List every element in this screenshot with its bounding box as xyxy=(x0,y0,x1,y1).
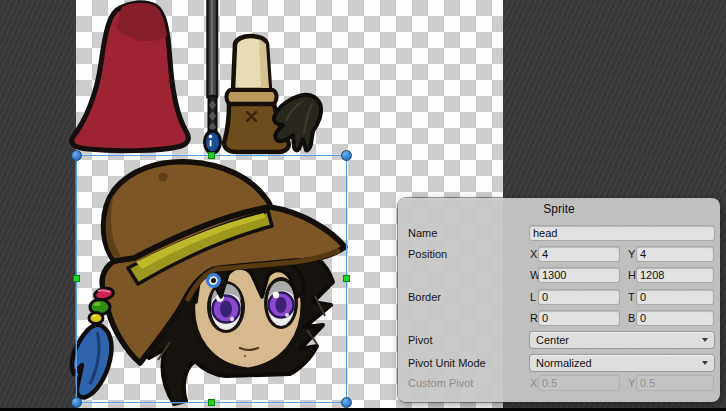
pivot-unit-mode-label: Pivot Unit Mode xyxy=(398,357,530,369)
size-w-input[interactable] xyxy=(539,268,619,282)
border-r-input[interactable] xyxy=(539,311,619,325)
selection-handle-bottom[interactable] xyxy=(208,399,215,406)
border-r-prefix: R xyxy=(530,312,539,324)
selection-handle-top-right[interactable] xyxy=(341,150,352,161)
size-wh-row: W H xyxy=(398,268,720,282)
pivot-handle[interactable] xyxy=(206,273,221,288)
pivot-unit-mode-value: Normalized xyxy=(536,357,592,369)
custom-pivot-row: Custom Pivot X Y xyxy=(398,376,720,390)
pivot-unit-mode-row: Pivot Unit Mode Normalized xyxy=(398,355,720,371)
custom-pivot-label: Custom Pivot xyxy=(398,377,530,389)
selection-handle-right[interactable] xyxy=(343,275,350,282)
border-rb-row: R B xyxy=(398,311,720,325)
selection-handle-bottom-right[interactable] xyxy=(341,397,352,408)
name-row: Name xyxy=(398,226,720,240)
position-x-input[interactable] xyxy=(539,247,619,261)
sprite-editor-window: Sprite Name Position X Y W H xyxy=(0,0,726,411)
name-input[interactable] xyxy=(530,226,714,240)
position-label: Position xyxy=(398,248,530,260)
pivot-row: Pivot Center xyxy=(398,332,720,348)
border-t-input[interactable] xyxy=(637,290,713,304)
border-l-prefix: L xyxy=(530,291,539,303)
selection-handle-left[interactable] xyxy=(73,275,80,282)
border-b-input[interactable] xyxy=(637,311,713,325)
pivot-dropdown-value: Center xyxy=(536,334,569,346)
border-lt-row: Border L T xyxy=(398,290,720,304)
position-x-prefix: X xyxy=(530,248,539,260)
size-h-input[interactable] xyxy=(637,268,713,282)
position-y-input[interactable] xyxy=(637,247,713,261)
custom-pivot-x-input xyxy=(539,376,619,390)
dropdown-arrow-icon xyxy=(702,361,708,365)
sprite-selection-rect[interactable] xyxy=(76,155,347,403)
border-t-prefix: T xyxy=(628,291,637,303)
selection-handle-bottom-left[interactable] xyxy=(71,397,82,408)
selection-handle-top[interactable] xyxy=(208,152,215,159)
custom-pivot-y-input xyxy=(637,376,713,390)
position-y-prefix: Y xyxy=(628,248,637,260)
sprite-properties-panel: Sprite Name Position X Y W H xyxy=(398,198,720,402)
custom-pivot-y-prefix: Y xyxy=(628,377,637,389)
size-w-prefix: W xyxy=(530,269,539,281)
name-label: Name xyxy=(398,227,530,239)
size-h-prefix: H xyxy=(628,269,637,281)
panel-title: Sprite xyxy=(398,202,720,216)
pivot-unit-mode-dropdown[interactable]: Normalized xyxy=(530,355,714,371)
pivot-label: Pivot xyxy=(398,334,530,346)
border-label: Border xyxy=(398,291,530,303)
border-l-input[interactable] xyxy=(539,290,619,304)
position-xy-row: Position X Y xyxy=(398,247,720,261)
pivot-dropdown[interactable]: Center xyxy=(530,332,714,348)
dropdown-arrow-icon xyxy=(702,338,708,342)
custom-pivot-x-prefix: X xyxy=(530,377,539,389)
border-b-prefix: B xyxy=(628,312,637,324)
selection-handle-top-left[interactable] xyxy=(71,150,82,161)
